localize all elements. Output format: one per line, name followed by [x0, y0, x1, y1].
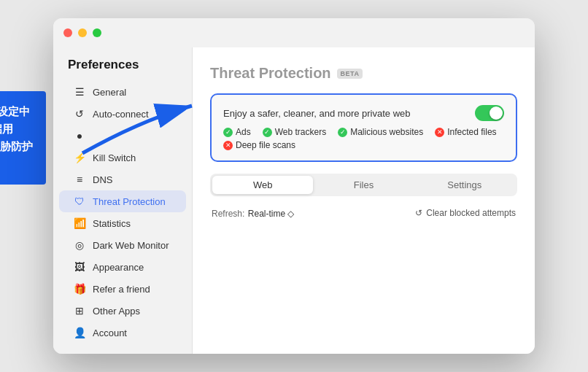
infected-label: Infected files	[447, 127, 496, 137]
feature-item-deep-scan: ✕ Deep file scans	[223, 140, 295, 150]
unknown-icon: ●	[74, 130, 85, 142]
refresh-value[interactable]: Real-time ◇	[248, 209, 295, 219]
sidebar-label-appearance: Appearance	[93, 262, 144, 273]
app-window: Preferences ☰ General ↺ Auto-connect ● ⚡…	[53, 18, 535, 354]
beta-badge: BETA	[337, 69, 363, 79]
threat-protection-toggle[interactable]	[475, 105, 504, 121]
feature-item-malicious: ✓ Malicious websites	[338, 127, 423, 137]
sidebar-item-dns[interactable]: ≡ DNS	[59, 168, 186, 190]
sidebar-label-dark-web: Dark Web Monitor	[93, 240, 169, 251]
feature-item-web-trackers: ✓ Web trackers	[263, 127, 326, 137]
sidebar-item-other-apps[interactable]: ⊞ Other Apps	[59, 300, 186, 322]
web-trackers-status-dot: ✓	[263, 128, 272, 137]
sidebar-label-other-apps: Other Apps	[93, 306, 140, 317]
ads-status-dot: ✓	[223, 128, 233, 137]
sidebar-label-kill-switch: Kill Switch	[93, 152, 136, 163]
other-apps-icon: ⊞	[74, 305, 85, 317]
sidebar-item-kill-switch[interactable]: ⚡ Kill Switch	[59, 147, 186, 168]
feature-card-header: Enjoy a safer, cleaner, and more private…	[223, 105, 504, 121]
tab-web[interactable]: Web	[212, 176, 313, 194]
kill-switch-icon: ⚡	[74, 152, 85, 163]
threat-protection-icon: 🛡	[74, 195, 85, 207]
sidebar-label-dns: DNS	[93, 174, 112, 185]
ads-label: Ads	[236, 127, 251, 137]
deep-scan-status-dot: ✕	[223, 141, 233, 150]
footer-row: Refresh: Real-time ◇ ↺ Clear blocked att…	[210, 206, 517, 220]
sidebar-label-threat-protection: Threat Protection	[93, 196, 166, 207]
general-icon: ☰	[74, 86, 85, 98]
sidebar-label-statistics: Statistics	[93, 218, 131, 229]
sidebar-item-unknown[interactable]: ●	[59, 125, 186, 147]
feature-items: ✓ Ads ✓ Web trackers ✓ Malicious website…	[223, 127, 504, 150]
titlebar	[53, 18, 535, 47]
deep-scan-label: Deep file scans	[236, 140, 295, 150]
statistics-icon: 📶	[74, 217, 85, 229]
refresh-label: Refresh:	[212, 209, 244, 219]
page-header: Threat Protection BETA	[210, 65, 517, 82]
sidebar-item-auto-connect[interactable]: ↺ Auto-connect	[59, 103, 186, 125]
sidebar-item-general[interactable]: ☰ General	[59, 81, 186, 103]
sidebar-item-appearance[interactable]: 🖼 Appearance	[59, 256, 186, 278]
sidebar-item-statistics[interactable]: 📶 Statistics	[59, 212, 186, 234]
tab-files[interactable]: Files	[313, 176, 414, 194]
minimize-button[interactable]	[78, 28, 87, 37]
feature-item-infected: ✕ Infected files	[435, 127, 496, 137]
tabs-container: Web Files Settings	[210, 174, 517, 196]
window-body: Preferences ☰ General ↺ Auto-connect ● ⚡…	[53, 47, 535, 354]
refer-icon: 🎁	[74, 283, 85, 295]
tab-settings[interactable]: Settings	[414, 176, 515, 194]
sidebar: Preferences ☰ General ↺ Auto-connect ● ⚡…	[53, 47, 192, 354]
sidebar-label-refer: Refer a friend	[93, 284, 150, 295]
page-title: Threat Protection	[210, 65, 331, 82]
clear-icon: ↺	[415, 208, 422, 218]
sidebar-item-threat-protection[interactable]: 🛡 Threat Protection	[59, 190, 186, 212]
sidebar-item-account[interactable]: 👤 Account	[59, 322, 186, 344]
annotation-box: 在应用的偏好设定中 可以轻松启用 NordVPN 的威胁防护 功能	[0, 91, 46, 185]
web-trackers-label: Web trackers	[275, 127, 326, 137]
refresh-section: Refresh: Real-time ◇	[212, 206, 295, 220]
sidebar-label-general: General	[93, 87, 126, 98]
auto-connect-icon: ↺	[74, 108, 85, 120]
close-button[interactable]	[63, 28, 72, 37]
sidebar-item-dark-web-monitor[interactable]: ◎ Dark Web Monitor	[59, 234, 186, 256]
malicious-label: Malicious websites	[350, 127, 423, 137]
feature-card: Enjoy a safer, cleaner, and more private…	[210, 93, 517, 162]
dark-web-icon: ◎	[74, 239, 85, 251]
feature-card-description: Enjoy a safer, cleaner, and more private…	[223, 108, 411, 119]
main-content: Threat Protection BETA Enjoy a safer, cl…	[192, 47, 535, 354]
dns-icon: ≡	[74, 174, 85, 185]
maximize-button[interactable]	[93, 28, 101, 37]
sidebar-item-refer[interactable]: 🎁 Refer a friend	[59, 278, 186, 300]
sidebar-label-auto-connect: Auto-connect	[93, 109, 149, 120]
sidebar-title: Preferences	[53, 55, 192, 81]
feature-item-ads: ✓ Ads	[223, 127, 251, 137]
malicious-status-dot: ✓	[338, 128, 347, 137]
sidebar-label-account: Account	[93, 328, 127, 338]
appearance-icon: 🖼	[74, 261, 85, 273]
clear-label: Clear blocked attempts	[426, 208, 516, 218]
annotation-text: 在应用的偏好设定中 可以轻松启用 NordVPN 的威胁防护 功能	[0, 105, 34, 170]
clear-blocked-button[interactable]: ↺ Clear blocked attempts	[415, 208, 516, 218]
account-icon: 👤	[74, 327, 85, 338]
infected-status-dot: ✕	[435, 128, 444, 137]
